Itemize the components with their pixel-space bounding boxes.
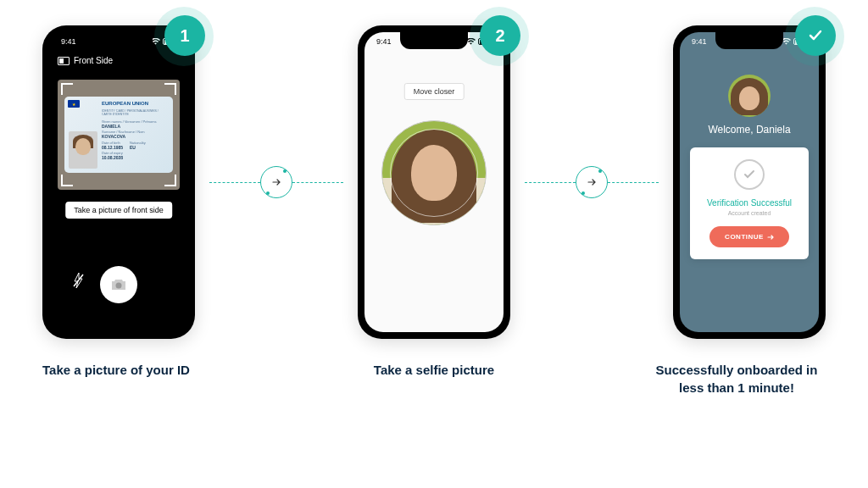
card-icon: [58, 57, 70, 65]
arrow-icon: [260, 166, 292, 198]
camera-icon: [110, 278, 127, 291]
caption-3: Successfully onboarded in less than 1 mi…: [648, 361, 826, 396]
caption-1: Take a picture of your ID: [42, 361, 220, 396]
step-1: 1 9:41 Front Side: [42, 25, 195, 339]
phone-notch: [400, 32, 468, 49]
screen-success: 9:41 Welcome, Daniela Verification Succ: [680, 32, 819, 332]
status-time: 9:41: [692, 37, 707, 46]
shutter-button[interactable]: [100, 266, 137, 303]
phone-mockup-3: 9:41 Welcome, Daniela Verification Succ: [673, 25, 826, 339]
success-card: Verification Successful Account created …: [690, 147, 809, 259]
eu-flag-icon: ★: [68, 100, 80, 108]
captions-row: Take a picture of your ID Take a selfie …: [0, 339, 868, 396]
continue-label: CONTINUE: [725, 233, 764, 241]
flow-arrow: [525, 166, 659, 198]
phone-mockup-2: 9:41 Move closer: [358, 25, 510, 339]
capture-header: Front Side: [58, 56, 113, 65]
welcome-text: Welcome, Daniela: [680, 124, 819, 136]
frame-corner: [61, 175, 73, 186]
status-time: 9:41: [61, 37, 76, 46]
step-badge-2: 2: [480, 15, 520, 56]
step-2: 2 9:41 Move closer: [358, 25, 510, 339]
capture-side-label: Front Side: [74, 56, 113, 65]
frame-corner: [164, 175, 176, 186]
arrow-right-icon: [767, 234, 774, 241]
success-title: Verification Successful: [698, 198, 800, 208]
id-viewfinder: ★ EUROPEAN UNION IDENTITY CARD / PERSONA…: [58, 80, 180, 190]
continue-button[interactable]: CONTINUE: [709, 226, 789, 247]
screen-selfie: 9:41 Move closer: [364, 32, 504, 332]
check-icon: [806, 26, 825, 45]
user-avatar: [728, 75, 771, 117]
phone-mockup-1: 9:41 Front Side: [42, 25, 195, 339]
phone-notch: [715, 32, 783, 49]
selfie-tip: Move closer: [404, 83, 465, 100]
svg-point-1: [116, 283, 122, 289]
id-photo: [69, 131, 97, 169]
selfie-viewfinder: [381, 120, 487, 225]
step-badge-1: 1: [164, 15, 205, 56]
status-time: 9:41: [376, 37, 392, 46]
flash-toggle[interactable]: [73, 273, 85, 291]
step-3: 9:41 Welcome, Daniela Verification Succ: [673, 25, 826, 339]
step-badge-check: [795, 15, 836, 56]
screen-id-capture: 9:41 Front Side: [49, 32, 188, 332]
id-title: EUROPEAN UNION: [102, 101, 169, 108]
frame-corner: [61, 83, 73, 95]
flow-arrow: [209, 166, 343, 198]
success-check-icon: [734, 159, 765, 190]
id-card: ★ EUROPEAN UNION IDENTITY CARD / PERSONA…: [64, 97, 173, 173]
arrow-icon: [576, 166, 608, 198]
frame-corner: [164, 83, 176, 95]
id-card-text: EUROPEAN UNION IDENTITY CARD / PERSONALA…: [102, 101, 169, 169]
instruction-label: Take a picture of front side: [65, 202, 172, 219]
caption-2: Take a selfie picture: [345, 361, 523, 396]
success-subtitle: Account created: [698, 210, 800, 216]
phone-notch: [85, 32, 153, 49]
